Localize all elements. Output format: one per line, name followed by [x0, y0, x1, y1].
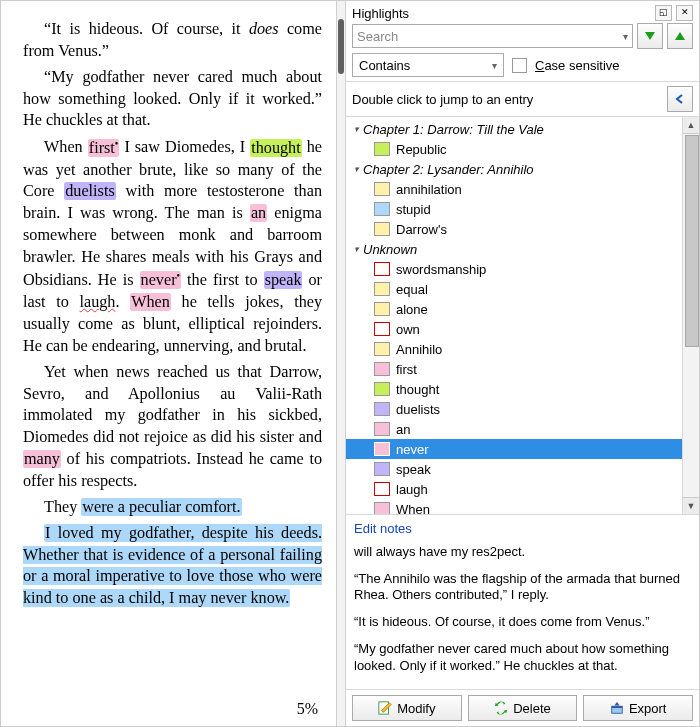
paragraph: Yet when news reached us that Darrow, Se…	[23, 362, 322, 493]
notes-pane: Edit notes will always have my res2pect.…	[346, 514, 699, 689]
collapse-panel-button[interactable]	[667, 86, 693, 112]
tree-item[interactable]: stupid	[346, 199, 682, 219]
tree-item[interactable]: thought	[346, 379, 682, 399]
close-icon[interactable]: ✕	[676, 5, 693, 21]
edit-notes-link[interactable]: Edit notes	[354, 521, 691, 536]
scroll-up-icon[interactable]: ▲	[683, 117, 699, 134]
tree-item[interactable]: laugh	[346, 479, 682, 499]
tree-scrollbar[interactable]: ▲ ▼	[682, 117, 699, 514]
progress-label: 5%	[297, 698, 318, 720]
tree-item[interactable]: duelists	[346, 399, 682, 419]
search-next-button[interactable]	[637, 23, 663, 49]
detach-icon[interactable]: ◱	[655, 5, 672, 21]
tree-item[interactable]: Darrow's	[346, 219, 682, 239]
splitter[interactable]	[336, 1, 346, 726]
note-text: will always have my res2pect.	[354, 544, 691, 561]
export-button[interactable]: Export	[583, 695, 693, 721]
highlight-many[interactable]: many	[23, 450, 61, 468]
tree-item[interactable]: Republic	[346, 139, 682, 159]
tree-item[interactable]: an	[346, 419, 682, 439]
svg-marker-0	[645, 32, 655, 40]
tree-item-selected[interactable]: never	[346, 439, 682, 459]
tree-item[interactable]: alone	[346, 299, 682, 319]
modify-button[interactable]: Modify	[352, 695, 462, 721]
note-text: “My godfather never cared much about how…	[354, 641, 691, 675]
paragraph: “My godfather never cared much about how…	[23, 67, 322, 133]
highlight-laugh[interactable]: laugh	[79, 293, 115, 311]
hint-label: Double click to jump to an entry	[352, 92, 533, 107]
tree-chapter[interactable]: ▾Chapter 1: Darrow: Till the Vale	[346, 119, 682, 139]
reader-pane: “It is hideous. Of course, it does come …	[1, 1, 336, 726]
highlights-tree[interactable]: ▾Chapter 1: Darrow: Till the Vale Republ…	[346, 116, 699, 514]
highlight-never[interactable]: never•	[140, 271, 181, 289]
highlight-duelists[interactable]: duelists	[64, 182, 115, 200]
tree-chapter[interactable]: ▾Unknown	[346, 239, 682, 259]
paragraph: When first• I saw Diomedes, I thought he…	[23, 136, 322, 357]
highlight-speak[interactable]: speak	[264, 271, 303, 289]
match-mode-select[interactable]: Contains▾	[352, 53, 504, 77]
case-sensitive-checkbox[interactable]	[512, 58, 527, 73]
highlight-loved[interactable]: I loved my godfather, despite his deeds.…	[23, 524, 322, 608]
paragraph: They were a peculiar comfort.	[23, 497, 322, 519]
tree-item[interactable]: first	[346, 359, 682, 379]
highlight-first[interactable]: first•	[88, 139, 120, 157]
tree-item[interactable]: When	[346, 499, 682, 514]
paragraph: I loved my godfather, despite his deeds.…	[23, 523, 322, 610]
tree-item[interactable]: own	[346, 319, 682, 339]
tree-item[interactable]: speak	[346, 459, 682, 479]
note-text: “It is hideous. Of course, it does come …	[354, 614, 691, 631]
case-sensitive-label: Case sensitive	[535, 58, 620, 73]
svg-marker-1	[675, 32, 685, 40]
svg-marker-7	[614, 702, 619, 706]
svg-rect-6	[612, 706, 623, 708]
tree-item[interactable]: Annihilo	[346, 339, 682, 359]
delete-button[interactable]: Delete	[468, 695, 578, 721]
search-prev-button[interactable]	[667, 23, 693, 49]
tree-item[interactable]: annihilation	[346, 179, 682, 199]
highlight-comfort[interactable]: were a peculiar comfort.	[81, 498, 241, 516]
paragraph: “It is hideous. Of course, it does come …	[23, 19, 322, 63]
tree-item[interactable]: swordsmanship	[346, 259, 682, 279]
tree-chapter[interactable]: ▾Chapter 2: Lysander: Annihilo	[346, 159, 682, 179]
tree-item[interactable]: equal	[346, 279, 682, 299]
highlights-panel: Highlights ◱ ✕ Search▾ Contains▾ Case se…	[346, 1, 699, 726]
highlight-an[interactable]: an	[250, 204, 267, 222]
highlight-when[interactable]: When	[130, 293, 171, 311]
panel-title: Highlights	[352, 6, 651, 21]
highlight-thought[interactable]: thought	[250, 139, 301, 157]
search-input[interactable]: Search▾	[352, 24, 633, 48]
note-text: “The Annihilo was the flagship of the ar…	[354, 571, 691, 605]
scroll-down-icon[interactable]: ▼	[683, 497, 699, 514]
